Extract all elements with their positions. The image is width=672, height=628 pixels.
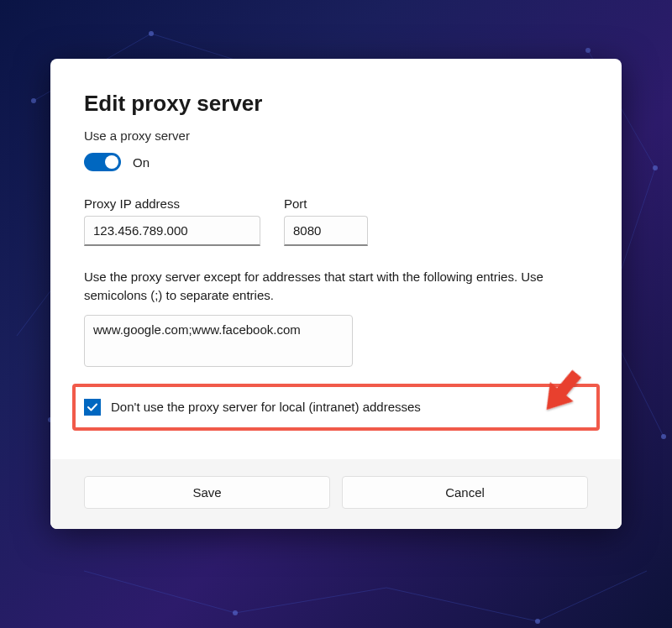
port-input[interactable] (284, 216, 368, 246)
dialog-footer: Save Cancel (50, 459, 622, 529)
svg-line-7 (84, 571, 235, 613)
dialog-title: Edit proxy server (84, 91, 588, 117)
ip-address-label: Proxy IP address (84, 196, 260, 211)
svg-point-19 (233, 610, 238, 615)
svg-line-9 (386, 588, 538, 621)
toggle-state-label: On (133, 155, 150, 170)
local-bypass-label: Don't use the proxy server for local (in… (111, 400, 421, 414)
svg-point-15 (585, 48, 591, 53)
svg-point-12 (149, 31, 154, 36)
cancel-button[interactable]: Cancel (342, 476, 588, 509)
svg-point-16 (653, 165, 658, 170)
local-bypass-checkbox[interactable] (84, 399, 101, 416)
exceptions-description: Use the proxy server except for addresse… (84, 268, 588, 305)
svg-line-10 (538, 571, 647, 621)
highlight-box: Don't use the proxy server for local (in… (72, 384, 600, 431)
toggle-knob (105, 155, 118, 169)
use-proxy-label: Use a proxy server (84, 128, 588, 143)
proxy-toggle[interactable] (84, 153, 121, 171)
save-button[interactable]: Save (84, 476, 330, 509)
svg-point-11 (31, 98, 36, 103)
ip-address-input[interactable] (84, 216, 260, 246)
svg-point-20 (535, 619, 540, 624)
svg-point-18 (661, 434, 666, 439)
svg-line-8 (235, 588, 386, 613)
checkmark-icon (87, 401, 98, 413)
proxy-settings-dialog: Edit proxy server Use a proxy server On … (50, 59, 622, 529)
exceptions-input[interactable] (84, 315, 353, 367)
port-label: Port (284, 196, 368, 211)
